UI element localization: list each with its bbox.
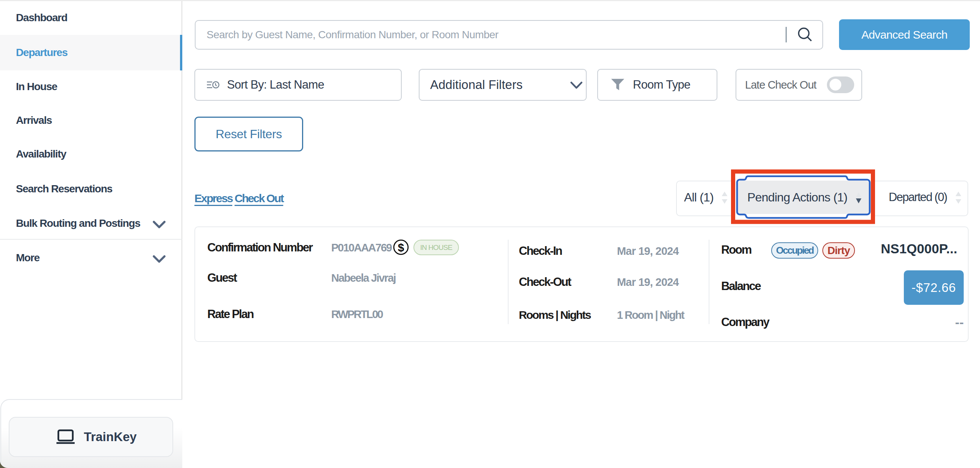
- svg-text:$: $: [398, 241, 404, 254]
